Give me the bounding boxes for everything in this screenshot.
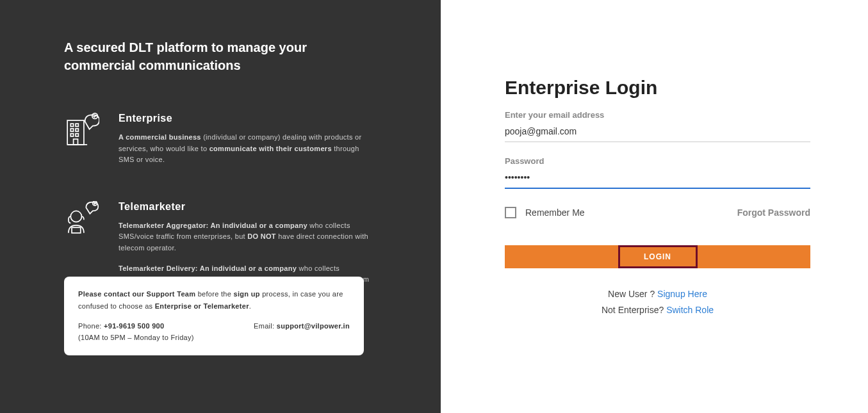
bottom-links: New User ? Signup Here Not Enterprise? S… — [505, 286, 810, 318]
svg-rect-4 — [70, 129, 73, 131]
newuser-text: New User ? — [608, 289, 657, 299]
telemarketer-title: Telemarketer — [119, 201, 402, 213]
svg-point-10 — [70, 211, 81, 222]
telemarketer-agg-desc: Telemarketer Aggregator: An individual o… — [119, 220, 375, 254]
svg-rect-5 — [76, 129, 78, 131]
svg-rect-11 — [72, 227, 81, 233]
login-button[interactable]: LOGIN — [505, 245, 810, 268]
email-input[interactable] — [505, 124, 810, 142]
support-email: Email: support@vilpower.in — [254, 320, 350, 332]
password-label: Password — [505, 156, 810, 166]
login-panel: Enterprise Login Enter your email addres… — [441, 0, 868, 413]
info-panel: A secured DLT platform to manage your co… — [0, 0, 441, 413]
svg-rect-3 — [76, 124, 78, 126]
svg-rect-7 — [76, 134, 78, 136]
svg-rect-8 — [74, 139, 78, 145]
enterprise-desc: A commercial business (individual or com… — [119, 132, 375, 166]
support-card: Please contact our Support Team before t… — [64, 277, 364, 355]
forgot-password-link[interactable]: Forgot Password — [737, 207, 810, 218]
remember-checkbox[interactable] — [505, 207, 516, 218]
email-label: Enter your email address — [505, 110, 810, 120]
enterprise-block: Enterprise A commercial business (indivi… — [64, 113, 402, 166]
password-group: Password — [505, 156, 810, 189]
support-phone: Phone: +91-9619 500 900 (10AM to 5PM – M… — [78, 320, 194, 344]
signup-link[interactable]: Signup Here — [657, 289, 707, 299]
enterprise-title: Enterprise — [119, 113, 402, 124]
building-chat-icon — [64, 113, 99, 148]
support-text: Please contact our Support Team before t… — [78, 288, 350, 312]
headline: A secured DLT platform to manage your co… — [64, 38, 307, 74]
switch-role-link[interactable]: Switch Role — [666, 305, 714, 315]
notenterprise-text: Not Enterprise? — [602, 305, 666, 315]
login-title: Enterprise Login — [505, 77, 810, 99]
svg-rect-2 — [70, 124, 73, 126]
email-group: Enter your email address — [505, 110, 810, 142]
headset-chat-icon — [64, 201, 99, 236]
remember-label: Remember Me — [525, 207, 585, 218]
password-input[interactable] — [505, 170, 810, 189]
svg-rect-6 — [70, 134, 73, 136]
